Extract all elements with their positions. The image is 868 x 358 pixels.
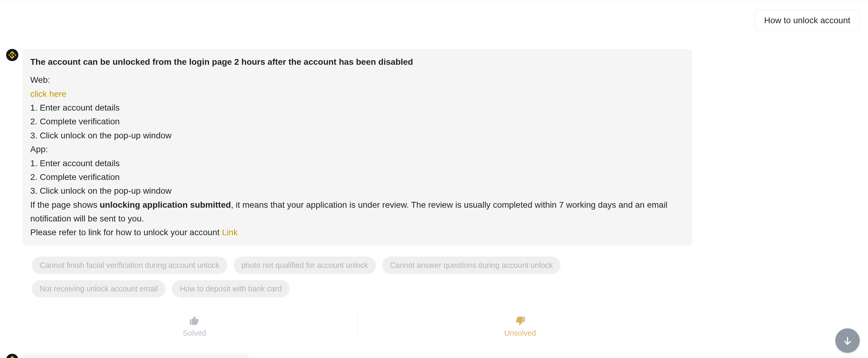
suggestion-chip-facial[interactable]: Cannot finish facial verification during… [32, 257, 227, 274]
bot-avatar [6, 354, 18, 358]
bot-message-row-2 [6, 354, 249, 358]
feedback-bar: Solved Unsolved [32, 311, 683, 343]
feedback-unsolved-label: Unsolved [504, 329, 536, 337]
review-bold: unlocking application submitted [100, 200, 231, 209]
suggestion-chip-questions[interactable]: Cannot answer questions during account u… [382, 257, 561, 274]
arrow-down-icon [842, 335, 853, 346]
scroll-down-button[interactable] [835, 328, 860, 353]
feedback-solved-button[interactable]: Solved [32, 311, 357, 343]
web-label: Web: [30, 73, 684, 87]
user-message-bubble: How to unlock account [754, 10, 860, 31]
refer-line: Please refer to link for how to unlock y… [30, 225, 684, 239]
app-step-3: 3. Click unlock on the pop-up window [30, 184, 684, 198]
binance-logo-icon [8, 51, 16, 59]
feedback-solved-label: Solved [183, 329, 206, 337]
suggestion-chip-deposit[interactable]: How to deposit with bank card [172, 280, 290, 297]
thumbs-down-icon [515, 315, 526, 326]
app-step-2: 2. Complete verification [30, 170, 684, 184]
review-prefix: If the page shows [30, 200, 100, 209]
binance-logo-icon [8, 356, 16, 358]
feedback-unsolved-button[interactable]: Unsolved [358, 311, 683, 343]
app-label: App: [30, 142, 684, 156]
web-step-3: 3. Click unlock on the pop-up window [30, 129, 684, 142]
bot-message-bubble-2 [23, 354, 249, 358]
web-step-2: 2. Complete verification [30, 115, 684, 128]
user-message-text: How to unlock account [764, 15, 850, 25]
bot-avatar [6, 49, 18, 61]
refer-link[interactable]: Link [222, 228, 238, 237]
top-divider [0, 0, 868, 1]
bot-message-bubble: The account can be unlocked from the log… [23, 49, 692, 246]
suggestion-chip-email[interactable]: Not receiving unlock account email [32, 280, 166, 297]
web-step-1: 1. Enter account details [30, 101, 684, 115]
thumbs-up-icon [189, 315, 200, 326]
suggestion-chips: Cannot finish facial verification during… [32, 257, 683, 297]
bot-message-title: The account can be unlocked from the log… [30, 55, 684, 69]
app-step-1: 1. Enter account details [30, 156, 684, 170]
bot-message-row: The account can be unlocked from the log… [6, 49, 692, 246]
suggestion-chip-photo[interactable]: photo not qualified for account unlock [234, 257, 376, 274]
review-line: If the page shows unlocking application … [30, 198, 684, 226]
refer-prefix: Please refer to link for how to unlock y… [30, 228, 222, 237]
click-here-link[interactable]: click here [30, 89, 66, 99]
